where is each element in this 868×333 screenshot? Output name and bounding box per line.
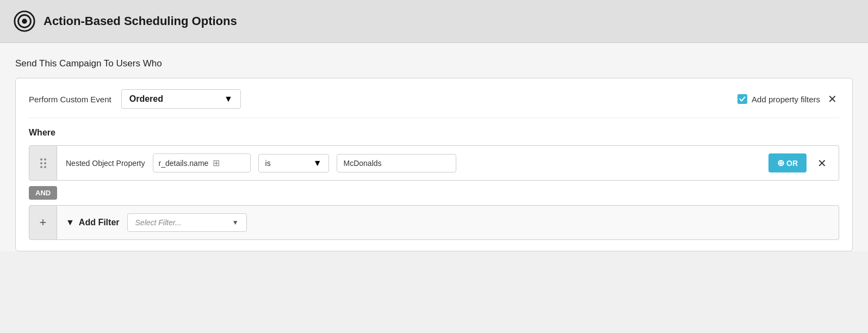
filter-row-close-button[interactable]: ✕	[814, 157, 830, 170]
chevron-down-icon: ▼	[224, 94, 233, 104]
plus-circle-icon: ⊕	[777, 158, 784, 168]
target-icon	[13, 10, 36, 33]
where-label: Where	[29, 128, 839, 138]
or-label: OR	[786, 159, 798, 168]
plus-icon: +	[40, 215, 47, 230]
event-left: Perform Custom Event Ordered ▼	[29, 89, 241, 109]
campaign-card: Perform Custom Event Ordered ▼ Add prope…	[15, 78, 853, 251]
property-value-text: r_details.name	[159, 159, 209, 168]
add-filter-row: + ▼ Add Filter Select Filter... ▼	[29, 205, 839, 240]
filter-select-dropdown[interactable]: Select Filter... ▼	[127, 213, 247, 232]
perform-custom-event-label: Perform Custom Event	[29, 95, 111, 104]
and-button[interactable]: AND	[29, 186, 57, 200]
event-select-dropdown[interactable]: Ordered ▼	[121, 89, 241, 109]
or-button[interactable]: ⊕ OR	[768, 153, 807, 172]
filter-select-placeholder: Select Filter...	[135, 218, 182, 227]
add-filter-label: Add Filter	[79, 218, 120, 227]
where-section: Where Nested Object Property r_details.n…	[29, 118, 839, 240]
add-property-filters-checkbox[interactable]	[737, 94, 747, 104]
event-row: Perform Custom Event Ordered ▼ Add prope…	[29, 89, 839, 118]
operator-select[interactable]: is ▼	[258, 154, 329, 172]
filter-row-content: Nested Object Property r_details.name ⊞ …	[57, 145, 839, 181]
and-connector: AND	[29, 186, 839, 200]
event-row-close-button[interactable]: ✕	[826, 92, 839, 106]
property-input[interactable]: r_details.name ⊞	[153, 153, 251, 172]
section-label: Send This Campaign To Users Who	[15, 58, 853, 69]
operator-text: is	[265, 159, 271, 168]
operator-chevron-icon: ▼	[313, 158, 322, 168]
value-input[interactable]	[337, 154, 456, 172]
drag-handle[interactable]	[29, 145, 57, 181]
filter-type-label: Nested Object Property	[66, 159, 145, 168]
page-title: Action-Based Scheduling Options	[44, 14, 237, 28]
add-filter-content: ▼ Add Filter Select Filter... ▼	[57, 205, 839, 240]
drag-dots-icon	[40, 158, 46, 168]
add-filter-button[interactable]: ▼ Add Filter	[66, 218, 120, 227]
funnel-icon: ▼	[66, 218, 75, 227]
add-property-filters-wrapper: Add property filters	[737, 94, 820, 104]
add-property-filters-label: Add property filters	[752, 95, 820, 104]
header: Action-Based Scheduling Options	[0, 0, 868, 43]
grid-icon: ⊞	[213, 158, 220, 168]
selected-event-text: Ordered	[129, 94, 163, 104]
filter-row: Nested Object Property r_details.name ⊞ …	[29, 145, 839, 181]
filter-select-chevron-icon: ▼	[232, 219, 239, 226]
main-content: Send This Campaign To Users Who Perform …	[0, 43, 868, 251]
add-filter-plus-button[interactable]: +	[29, 205, 57, 240]
event-right: Add property filters ✕	[737, 92, 839, 106]
svg-point-2	[22, 18, 27, 24]
